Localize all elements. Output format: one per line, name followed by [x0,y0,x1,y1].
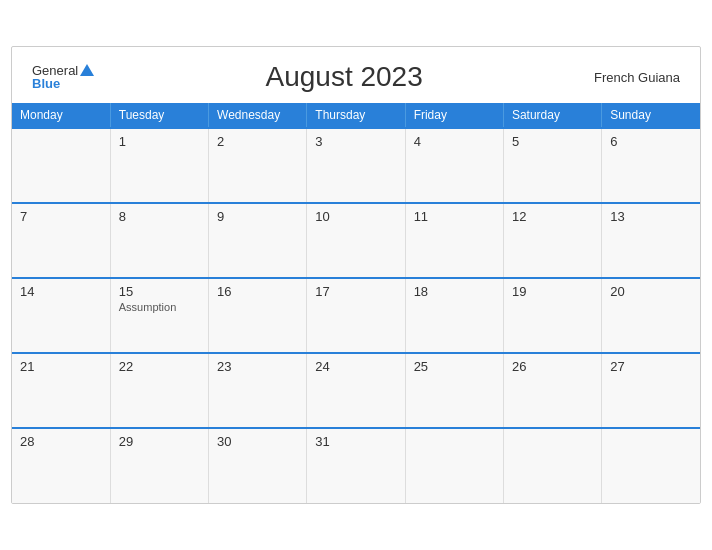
day-cell: 21 [12,353,110,428]
logo-blue-text: Blue [32,76,60,91]
day-cell: 28 [12,428,110,503]
day-number: 26 [512,359,593,374]
week-row-3: 1415Assumption1617181920 [12,278,700,353]
day-number: 5 [512,134,593,149]
day-cell: 6 [602,128,700,203]
day-number: 20 [610,284,692,299]
day-cell [503,428,601,503]
week-row-1: 123456 [12,128,700,203]
week-row-2: 78910111213 [12,203,700,278]
day-cell: 8 [110,203,208,278]
day-cell: 22 [110,353,208,428]
month-title: August 2023 [94,61,594,93]
day-cell: 24 [307,353,405,428]
day-cell: 19 [503,278,601,353]
header-thursday: Thursday [307,103,405,128]
day-number: 17 [315,284,396,299]
day-cell: 17 [307,278,405,353]
day-number: 19 [512,284,593,299]
day-cell [12,128,110,203]
day-cell: 5 [503,128,601,203]
day-cell: 1 [110,128,208,203]
day-number: 3 [315,134,396,149]
day-number: 6 [610,134,692,149]
day-number: 9 [217,209,298,224]
day-number: 4 [414,134,495,149]
day-number: 12 [512,209,593,224]
day-number: 29 [119,434,200,449]
day-cell: 31 [307,428,405,503]
day-number: 31 [315,434,396,449]
day-cell: 20 [602,278,700,353]
day-cell: 29 [110,428,208,503]
day-cell: 11 [405,203,503,278]
weekday-header-row: Monday Tuesday Wednesday Thursday Friday… [12,103,700,128]
day-cell: 23 [209,353,307,428]
day-cell: 7 [12,203,110,278]
header-friday: Friday [405,103,503,128]
day-number: 30 [217,434,298,449]
day-cell: 30 [209,428,307,503]
day-number: 11 [414,209,495,224]
day-cell: 14 [12,278,110,353]
event-label: Assumption [119,301,200,313]
header-wednesday: Wednesday [209,103,307,128]
day-number: 22 [119,359,200,374]
day-number: 7 [20,209,102,224]
day-cell: 13 [602,203,700,278]
day-cell: 25 [405,353,503,428]
country-label: French Guiana [594,70,680,85]
day-cell: 12 [503,203,601,278]
header-saturday: Saturday [503,103,601,128]
calendar-container: General Blue August 2023 French Guiana M… [11,46,701,504]
day-number: 10 [315,209,396,224]
day-number: 25 [414,359,495,374]
header-tuesday: Tuesday [110,103,208,128]
day-number: 16 [217,284,298,299]
day-cell: 18 [405,278,503,353]
day-cell: 15Assumption [110,278,208,353]
day-number: 27 [610,359,692,374]
day-cell: 2 [209,128,307,203]
day-number: 21 [20,359,102,374]
calendar-grid: Monday Tuesday Wednesday Thursday Friday… [12,103,700,503]
day-cell: 9 [209,203,307,278]
day-cell [602,428,700,503]
day-number: 24 [315,359,396,374]
calendar-header: General Blue August 2023 French Guiana [12,47,700,103]
logo-triangle-icon [80,64,94,76]
day-cell: 26 [503,353,601,428]
day-number: 14 [20,284,102,299]
day-cell [405,428,503,503]
header-sunday: Sunday [602,103,700,128]
week-row-4: 21222324252627 [12,353,700,428]
day-number: 28 [20,434,102,449]
header-monday: Monday [12,103,110,128]
day-number: 23 [217,359,298,374]
day-number: 15 [119,284,200,299]
day-cell: 16 [209,278,307,353]
day-number: 13 [610,209,692,224]
day-cell: 10 [307,203,405,278]
week-row-5: 28293031 [12,428,700,503]
day-cell: 27 [602,353,700,428]
day-cell: 3 [307,128,405,203]
day-number: 8 [119,209,200,224]
day-number: 1 [119,134,200,149]
logo: General Blue [32,63,94,91]
day-number: 18 [414,284,495,299]
day-cell: 4 [405,128,503,203]
day-number: 2 [217,134,298,149]
